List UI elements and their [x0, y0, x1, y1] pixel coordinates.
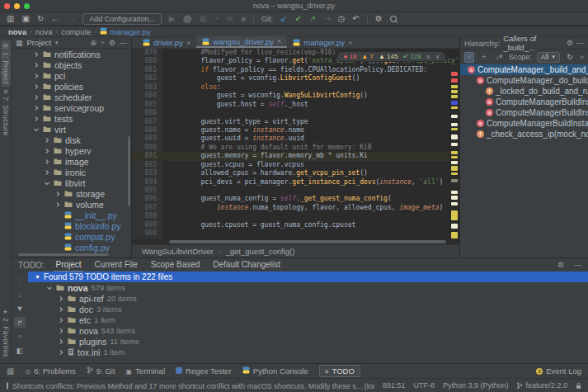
error-stripe-mark[interactable]	[451, 151, 458, 154]
coverage-icon[interactable]: ◍	[200, 15, 207, 23]
status-message[interactable]: Shortcuts conflicts: Previous Method and…	[7, 380, 374, 391]
chevron-right-icon[interactable]	[44, 137, 50, 144]
error-stripe-mark[interactable]	[451, 72, 458, 76]
gear-icon[interactable]: ⚙	[109, 39, 115, 47]
error-stripe-mark[interactable]	[451, 115, 458, 118]
code-line[interactable]: 895	[132, 187, 459, 195]
breadcrumb-item[interactable]: compute	[61, 27, 91, 36]
chevron-right-icon[interactable]	[33, 62, 40, 68]
close-tab-icon[interactable]: ×	[277, 37, 281, 45]
tree-item[interactable]: disk	[12, 135, 131, 145]
gear-icon[interactable]: ⚙	[567, 39, 573, 47]
git-update-icon[interactable]: ↙	[280, 15, 287, 23]
code-line[interactable]: 897 instance.numa_topology, flavor, allo…	[132, 204, 459, 212]
toolwindow-button--git[interactable]: 9: Git	[87, 366, 115, 375]
refresh-icon[interactable]: ↻	[565, 52, 575, 63]
scope-select[interactable]: All▼	[537, 52, 560, 63]
forward-icon[interactable]: →	[67, 15, 75, 23]
undo-icon[interactable]: ↶	[352, 15, 359, 23]
tree-item[interactable]: doc3 items	[28, 304, 588, 314]
toolwindow-button-terminal[interactable]: ▣Terminal	[126, 366, 165, 375]
error-stripe-mark[interactable]	[451, 85, 458, 88]
error-stripe-mark[interactable]	[451, 224, 458, 229]
tree-item[interactable]: f_check_access_ip(mock_notify,	[460, 129, 588, 139]
inspections-widget[interactable]: ● 18 ▲ 7 ▲ 145 ✔ 128 ∧ ∨	[336, 51, 446, 62]
code-line[interactable]: 892 guest.vcpus = flavor.vcpus	[132, 161, 459, 169]
tree-item[interactable]: volume	[12, 199, 131, 210]
code-line[interactable]: 887 guest.virt_type = virt_type	[132, 118, 459, 126]
chevron-right-icon[interactable]	[33, 116, 40, 122]
tree-item[interactable]: ironic	[12, 167, 131, 177]
error-stripe-mark[interactable]	[451, 179, 458, 182]
tree-item[interactable]: mComputeManager._do_build_an	[460, 75, 588, 86]
hierarchy-tab[interactable]: Callers of _build_...	[503, 34, 563, 52]
tree-item[interactable]: mComputeManagerBuildInsta	[460, 107, 588, 118]
tree-item[interactable]: libvirt	[12, 177, 131, 188]
editor-tab[interactable]: wangsu_driver.py×	[196, 36, 287, 48]
error-stripe-mark[interactable]	[451, 135, 458, 139]
code-line[interactable]: 888 guest.name = instance.name	[132, 126, 459, 135]
breadcrumb-item[interactable]: nova	[8, 27, 26, 36]
code-line[interactable]: 893 allowed_cpus = hardware.get_vcpu_pin…	[132, 169, 459, 177]
prev-highlight-icon[interactable]: ∧	[426, 54, 430, 60]
hide-panel-icon[interactable]: —	[574, 261, 581, 269]
code-line[interactable]: 884 guest = wsconfig.WangSuLibvirtConfig…	[132, 92, 459, 100]
git-branch-widget[interactable]: feature/2.2.0	[516, 381, 567, 390]
error-stripe-mark[interactable]	[451, 210, 458, 220]
tree-item[interactable]: pci	[12, 70, 131, 81]
error-stripe-mark[interactable]	[451, 95, 458, 98]
group-by-icon[interactable]: ⁘	[14, 331, 26, 342]
chevron-right-icon[interactable]	[33, 105, 40, 111]
sync-icon[interactable]: ↻	[37, 15, 44, 23]
close-tab-icon[interactable]: ×	[186, 39, 191, 47]
collapse-all-icon[interactable]: ÷	[101, 39, 105, 47]
error-stripe-mark[interactable]	[451, 78, 458, 83]
editor-horizontal-scrollbar[interactable]	[169, 240, 446, 243]
tree-item[interactable]: servicegroup	[12, 102, 131, 113]
history-icon[interactable]: ◷	[338, 15, 346, 23]
code-line[interactable]: 885 guest.host = self._host	[132, 101, 459, 109]
stripe-favorites-button[interactable]: ★2: Favorites	[1, 306, 11, 360]
search-icon[interactable]	[390, 16, 397, 22]
tree-item[interactable]: mComputeManagerBuildInsta	[460, 97, 588, 107]
caret-position[interactable]: 891:51	[383, 381, 406, 390]
profiler-icon[interactable]: ◔	[214, 15, 219, 23]
filter-icon[interactable]: ▼	[14, 303, 26, 314]
code-line[interactable]: 898	[132, 212, 459, 220]
chevron-down-icon[interactable]	[33, 126, 40, 133]
todo-view-tab[interactable]: Project	[54, 258, 82, 272]
concurrency-icon[interactable]: ≋	[227, 15, 233, 23]
toolwindow-button--problems[interactable]: ⊙6: Problems	[25, 366, 75, 375]
next-todo-icon[interactable]: ↓	[14, 289, 26, 300]
close-tab-icon[interactable]: ×	[348, 39, 352, 47]
run-configuration-select[interactable]: Add Configuration...	[82, 13, 162, 25]
chevron-double-icon[interactable]: »	[580, 53, 584, 61]
preview-panel-icon[interactable]: ◧	[14, 345, 26, 356]
back-icon[interactable]: ←	[51, 15, 59, 23]
tree-item[interactable]: image	[12, 156, 131, 167]
chevron-right-icon[interactable]	[44, 158, 50, 165]
editor-tab[interactable]: driver.py×	[137, 37, 196, 48]
todo-view-tab[interactable]: Current File	[93, 258, 139, 271]
code-line[interactable]: 881 if flavor_policy == fields.CPUAlloca…	[132, 66, 459, 74]
toolwindow-button-regex-tester[interactable]: Regex Tester	[176, 366, 232, 375]
error-stripe-mark[interactable]	[451, 202, 458, 205]
tree-item[interactable]: policies	[12, 81, 131, 92]
sort-alphabetically-icon[interactable]: ↓ᵃ	[494, 52, 504, 63]
tree-item[interactable]: plugins11 items	[28, 336, 588, 347]
tree-item[interactable]: hyperv	[12, 145, 131, 156]
tool-windows-icon[interactable]: ▦	[7, 367, 14, 375]
code-line[interactable]: 894 pci_devs = pci_manager.get_instance_…	[132, 178, 459, 187]
error-stripe-mark[interactable]	[451, 128, 458, 130]
tree-item[interactable]: blockinfo.py	[12, 220, 131, 231]
chevron-right-icon[interactable]	[44, 148, 50, 154]
error-stripe-mark[interactable]	[451, 166, 458, 171]
chevron-down-icon[interactable]	[46, 285, 53, 291]
breadcrumb-class[interactable]: WangSuLibvirtDriver	[142, 247, 214, 256]
interpreter[interactable]: Python 3.9 (Python)	[443, 381, 509, 390]
error-stripe-mark[interactable]	[451, 143, 458, 146]
toolwindow-button-todo[interactable]: ≡TODO	[319, 365, 360, 377]
file-encoding[interactable]: UTF-8	[413, 381, 435, 390]
tree-item[interactable]: virt	[12, 124, 131, 135]
code-line[interactable]: 899 guest.cpuset = guest_numa_config.cpu…	[132, 221, 459, 229]
